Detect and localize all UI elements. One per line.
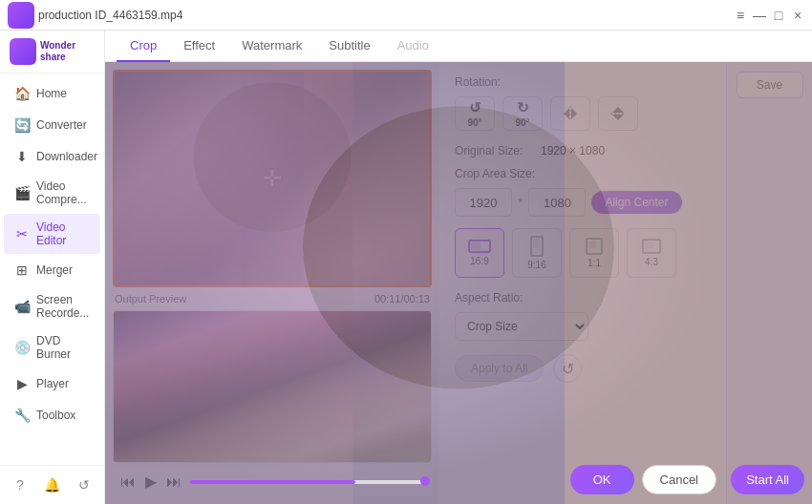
notifications-button[interactable]: 🔔 [40,473,63,496]
title-bar: production ID_4463159.mp4 ≡ — □ × [0,0,812,31]
sidebar-label-toolbox: Toolbox [36,409,75,422]
tab-crop[interactable]: Crop [117,31,170,62]
sidebar-items: 🏠 Home 🔄 Converter ⬇ Downloader 🎬 Video … [0,74,104,465]
sidebar-item-converter[interactable]: 🔄 Converter [4,110,100,140]
sidebar-label-downloader: Downloader [36,150,97,163]
sidebar-logo: Wondershare [0,31,104,74]
logo-icon [10,38,36,65]
window-controls: ≡ — □ × [734,9,804,22]
tabs-bar: Crop Effect Watermark Subtitle Audio [105,31,812,62]
tab-subtitle[interactable]: Subtitle [315,31,383,62]
dvd-burner-icon: 💿 [13,339,31,356]
sidebar-item-merger[interactable]: ⊞ Merger [4,255,100,285]
converter-icon: 🔄 [13,116,31,134]
maximize-button[interactable]: □ [772,9,785,22]
sidebar-label-dvd-burner: DVD Burner [36,334,91,361]
window-title: production ID_4463159.mp4 [38,9,734,22]
video-editor-icon: ✂ [13,225,31,242]
help-button[interactable]: ? [9,473,32,496]
downloader-icon: ⬇ [13,148,31,165]
sidebar-item-toolbox[interactable]: 🔧 Toolbox [4,400,100,430]
sidebar: Wondershare 🏠 Home 🔄 Converter ⬇ Downloa… [0,31,105,504]
sidebar-item-screen-recorder[interactable]: 📹 Screen Recorde... [4,286,100,326]
sidebar-label-screen-recorder: Screen Recorde... [36,293,91,320]
sidebar-label-player: Player [36,377,69,390]
sidebar-item-dvd-burner[interactable]: 💿 DVD Burner [4,327,100,368]
sidebar-item-downloader[interactable]: ⬇ Downloader [4,141,100,172]
ok-button[interactable]: OK [570,465,634,494]
toolbox-icon: 🔧 [13,407,31,424]
sidebar-label-video-editor: Video Editor [36,220,91,247]
tab-audio: Audio [384,31,442,62]
refresh-button[interactable]: ↺ [73,473,96,496]
progress-thumb [420,476,430,486]
svg-rect-5 [113,310,353,463]
sidebar-label-converter: Converter [36,118,87,132]
progress-fill [189,480,355,484]
sidebar-item-video-compressor[interactable]: 🎬 Video Compre... [4,173,100,213]
main-layout: Wondershare 🏠 Home 🔄 Converter ⬇ Downloa… [0,31,812,504]
home-icon: 🏠 [13,85,31,102]
progress-bar[interactable] [189,480,426,484]
start-all-button[interactable]: Start All [731,465,804,494]
sidebar-item-video-editor[interactable]: ✂ Video Editor [4,214,100,254]
sidebar-item-player[interactable]: ▶ Player [4,368,100,399]
content-area: Crop Effect Watermark Subtitle Audio [105,31,812,504]
sidebar-label-merger: Merger [36,263,73,277]
player-icon: ▶ [13,375,31,392]
video-frame-bottom [114,311,431,462]
screen-recorder-icon: 📹 [13,298,31,315]
bottom-bar: OK Cancel [570,465,716,494]
video-compressor-icon: 🎬 [13,184,31,201]
close-button[interactable]: × [791,9,804,22]
app-logo-icon [8,2,34,29]
video-section: ✛ Output Preview 00:11/00:13 [105,62,439,504]
sidebar-label-home: Home [36,87,67,100]
logo-text: Wondershare [40,40,75,63]
editor-layout: ✛ Output Preview 00:11/00:13 [105,62,812,504]
sidebar-item-home[interactable]: 🏠 Home [4,78,100,109]
tab-watermark[interactable]: Watermark [228,31,315,62]
video-preview-bottom [113,310,432,463]
minimize-button[interactable]: — [753,9,766,22]
cancel-button[interactable]: Cancel [642,465,716,494]
hamburger-icon[interactable]: ≡ [734,9,747,22]
sidebar-label-video-compressor: Video Compre... [36,179,91,206]
merger-icon: ⊞ [13,262,31,279]
tab-effect[interactable]: Effect [170,31,228,62]
sidebar-bottom: ? 🔔 ↺ [0,465,104,504]
